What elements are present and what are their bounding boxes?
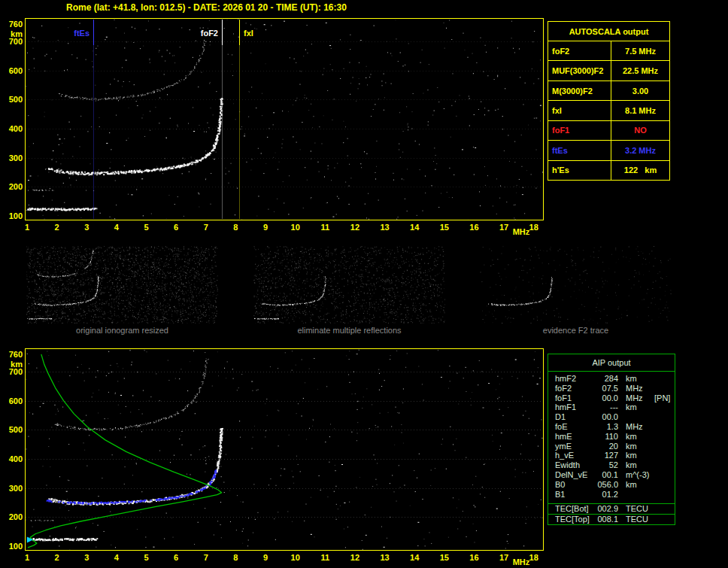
ftEs-marker-line bbox=[93, 20, 94, 45]
x-axis-tick-top: 7 bbox=[198, 223, 214, 232]
aip-row-foE: foE1.3MHz bbox=[548, 422, 675, 432]
aip-row-value: 07.5 bbox=[597, 384, 618, 393]
thumbnail-no-multiples bbox=[253, 246, 445, 323]
aip-tec-value: 008.1 bbox=[597, 515, 618, 524]
aip-row-label: hmF1 bbox=[548, 402, 597, 412]
y-axis-tick-bottom: 500 bbox=[2, 425, 23, 434]
autoscala-row-label: M(3000)F2 bbox=[548, 81, 611, 100]
y-axis-tick-bottom: 700 bbox=[2, 367, 23, 376]
autoscala-row-value: 122 km bbox=[611, 161, 669, 180]
aip-row-unit: MHz bbox=[626, 422, 653, 432]
x-axis-tick-bottom: 5 bbox=[138, 553, 155, 562]
autoscala-row-foF1: foF1NO bbox=[548, 121, 669, 141]
aip-row-label: ymE bbox=[548, 442, 597, 451]
aip-row-hmE: hmE110km bbox=[548, 432, 675, 442]
autoscala-row-value: 7.5 MHz bbox=[611, 41, 669, 60]
autoscala-row-label: MUF(3000)F2 bbox=[548, 61, 611, 80]
aip-row-value: 284 bbox=[597, 374, 618, 384]
autoscala-row-label: foF2 bbox=[548, 41, 611, 60]
aip-output-table: AIP output hmF2284kmfoF207.5MHzfoF100.0M… bbox=[548, 354, 675, 525]
aip-row-unit bbox=[626, 490, 653, 500]
autoscala-row-value: 3.00 bbox=[611, 81, 669, 100]
y-axis-tick-bottom: 400 bbox=[2, 454, 23, 463]
aip-row-value: 056.0 bbox=[597, 480, 618, 490]
foF2-marker-line bbox=[222, 20, 223, 45]
aip-row-label: foF1 bbox=[548, 393, 597, 403]
aip-row-unit bbox=[626, 412, 653, 422]
x-axis-tick-top: 6 bbox=[168, 223, 184, 232]
autoscala-row-fxI: fxI8.1 MHz bbox=[548, 101, 669, 120]
autoscala-row-value: 3.2 MHz bbox=[611, 141, 669, 159]
x-axis-tick-bottom: 8 bbox=[227, 553, 244, 562]
aip-output-tec-rows: TEC[Bot]002.9TECUTEC[Top]008.1TECU bbox=[548, 503, 675, 524]
aip-row-value: 00.0 bbox=[597, 393, 618, 403]
autoscala-row-h'Es: h'Es122 km bbox=[548, 161, 669, 180]
aip-row-value: 127 bbox=[597, 451, 618, 460]
autoscala-screen: Rome (lat: +41.8, lon: 012.5) - DATE: 20… bbox=[0, 0, 728, 568]
aip-row-label: hmE bbox=[548, 432, 597, 442]
fxI-marker-line bbox=[239, 20, 240, 45]
x-axis-unit-bottom: MHz bbox=[508, 557, 534, 566]
x-axis-tick-top: 12 bbox=[347, 223, 363, 232]
y-axis-tick-top: 700 bbox=[2, 37, 23, 46]
x-axis-tick-top: 16 bbox=[466, 223, 482, 232]
x-axis-tick-bottom: 2 bbox=[49, 553, 65, 562]
x-axis-tick-top: 2 bbox=[49, 223, 65, 232]
thumbnail-original-canvas bbox=[26, 246, 218, 323]
autoscala-output-table: AUTOSCALA output foF27.5 MHzMUF(3000)F22… bbox=[548, 21, 670, 181]
autoscala-row-ftEs: ftEs3.2 MHz bbox=[548, 141, 669, 160]
x-axis-tick-bottom: 14 bbox=[406, 553, 423, 562]
aip-row-unit: km bbox=[626, 451, 653, 460]
aip-row-DelN_vE: DelN_vE00.1m^(-3) bbox=[548, 470, 675, 480]
fxI-marker-line-faint bbox=[239, 20, 240, 219]
x-axis-tick-bottom: 1 bbox=[19, 553, 35, 562]
x-axis-tick-bottom: 15 bbox=[436, 553, 453, 562]
aip-row-unit: m^(-3) bbox=[626, 470, 653, 480]
y-axis-tick-top: 400 bbox=[2, 124, 23, 133]
x-axis-tick-top: 14 bbox=[406, 223, 423, 232]
aip-row-value: 00.1 bbox=[597, 470, 618, 480]
thumbnail-caption-f2-trace: evidence F2 trace bbox=[480, 326, 672, 335]
aip-row-h_vE: h_vE127km bbox=[548, 451, 675, 460]
aip-tec-label: TEC[Top] bbox=[548, 515, 597, 524]
ftEs-marker-label: ftEs bbox=[72, 29, 91, 38]
x-axis-tick-top: 9 bbox=[257, 223, 274, 232]
y-axis-tick-bottom: 600 bbox=[2, 396, 23, 405]
ionogram-top-canvas bbox=[26, 19, 543, 220]
y-axis-tick-bottom: 300 bbox=[2, 484, 23, 493]
y-axis-top-tick-bottom: 760 bbox=[2, 350, 23, 359]
aip-row-hmF2: hmF2284km bbox=[548, 374, 675, 384]
x-axis-tick-top: 13 bbox=[377, 223, 393, 232]
x-axis-tick-bottom: 16 bbox=[466, 553, 482, 562]
autoscala-row-label: fxI bbox=[548, 101, 611, 120]
aip-row-B0: B0056.0km bbox=[548, 480, 675, 490]
y-axis-tick-bottom: 200 bbox=[2, 512, 23, 521]
aip-row-extra: [PN] bbox=[654, 393, 670, 403]
aip-row-label: h_vE bbox=[548, 451, 597, 460]
aip-row-value: --- bbox=[597, 402, 618, 412]
autoscala-output-rows: foF27.5 MHzMUF(3000)F222.5 MHzM(3000)F23… bbox=[548, 41, 669, 180]
aip-row-unit: km bbox=[626, 432, 653, 442]
ftEs-marker-line-faint bbox=[93, 20, 94, 219]
aip-row-label: DelN_vE bbox=[548, 470, 597, 480]
aip-row-value: 1.3 bbox=[597, 422, 618, 432]
x-axis-tick-bottom: 7 bbox=[198, 553, 214, 562]
x-axis-tick-top: 1 bbox=[19, 223, 35, 232]
y-axis-tick-top: 600 bbox=[2, 66, 23, 75]
autoscala-row-MUF(3000)F2: MUF(3000)F222.5 MHz bbox=[548, 61, 669, 80]
x-axis-tick-top: 11 bbox=[317, 223, 333, 232]
autoscala-row-value: NO bbox=[611, 121, 669, 140]
foF2-marker-line-faint bbox=[222, 20, 223, 219]
aip-tec-unit: TECU bbox=[626, 504, 653, 514]
x-axis-tick-bottom: 12 bbox=[347, 553, 363, 562]
x-axis-tick-top: 10 bbox=[287, 223, 304, 232]
aip-row-value: 52 bbox=[597, 460, 618, 470]
aip-tec-label: TEC[Bot] bbox=[548, 504, 597, 514]
aip-row-label: foE bbox=[548, 422, 597, 432]
x-axis-tick-bottom: 11 bbox=[317, 553, 333, 562]
y-axis-tick-top: 200 bbox=[2, 182, 23, 191]
aip-row-foF1: foF100.0MHz[PN] bbox=[548, 393, 675, 403]
autoscala-row-value: 8.1 MHz bbox=[611, 101, 669, 120]
thumbnail-no-multiples-canvas bbox=[253, 246, 445, 323]
aip-row-unit: km bbox=[626, 402, 653, 412]
